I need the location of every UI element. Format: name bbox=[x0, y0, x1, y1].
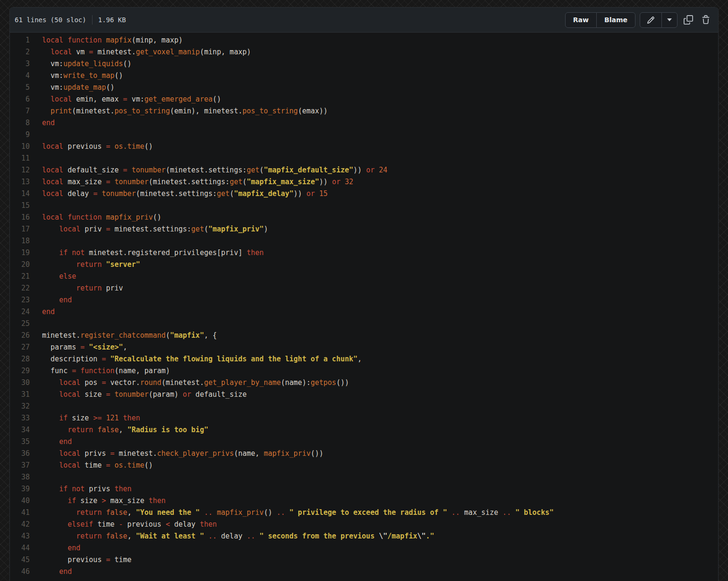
code-line: 31 local size = tonumber(param) or defau… bbox=[10, 389, 718, 401]
edit-button[interactable] bbox=[640, 12, 662, 28]
line-number[interactable]: 34 bbox=[10, 424, 30, 436]
line-number[interactable]: 24 bbox=[10, 306, 30, 318]
code-line: 33 if size >= 121 then bbox=[10, 412, 718, 424]
line-number[interactable]: 37 bbox=[10, 460, 30, 471]
line-number[interactable]: 36 bbox=[10, 448, 30, 460]
line-number[interactable]: 35 bbox=[10, 436, 30, 448]
code-line-content: end bbox=[30, 306, 55, 318]
code-line: 35 end bbox=[10, 436, 718, 448]
code-viewer: 1local function mapfix(minp, maxp)2 loca… bbox=[10, 33, 718, 581]
file-header: 61 lines (50 sloc) 1.96 KB Raw Blame bbox=[10, 8, 718, 33]
line-number[interactable]: 39 bbox=[10, 483, 30, 495]
delete-button[interactable] bbox=[699, 13, 712, 26]
line-number[interactable]: 23 bbox=[10, 294, 30, 306]
code-line-content: local delay = tonumber(minetest.settings… bbox=[30, 188, 328, 200]
code-line-content: print(minetest.pos_to_string(emin), mine… bbox=[30, 105, 328, 117]
pencil-icon bbox=[647, 16, 655, 24]
line-number[interactable]: 5 bbox=[10, 82, 30, 94]
code-line: 22 return priv bbox=[10, 282, 718, 294]
code-line-content: params = "<size>", bbox=[30, 342, 127, 353]
line-number[interactable]: 1 bbox=[10, 34, 30, 46]
code-line-content: return false, "Wait at least " .. delay … bbox=[30, 530, 434, 542]
line-number[interactable]: 3 bbox=[10, 58, 30, 70]
code-line-content: local pos = vector.round(minetest.get_pl… bbox=[30, 377, 349, 389]
line-number[interactable]: 2 bbox=[10, 46, 30, 58]
code-line-content: if size > max_size then bbox=[30, 495, 166, 507]
line-number[interactable]: 30 bbox=[10, 377, 30, 389]
line-number[interactable]: 22 bbox=[10, 282, 30, 294]
line-number[interactable]: 41 bbox=[10, 507, 30, 519]
code-line-content bbox=[30, 401, 42, 412]
line-number[interactable]: 45 bbox=[10, 554, 30, 566]
line-number[interactable]: 25 bbox=[10, 318, 30, 330]
code-line: 46 end bbox=[10, 566, 718, 578]
line-number[interactable]: 44 bbox=[10, 542, 30, 554]
code-line: 1local function mapfix(minp, maxp) bbox=[10, 34, 718, 46]
trash-icon bbox=[701, 15, 711, 25]
line-number[interactable]: 8 bbox=[10, 117, 30, 129]
line-number[interactable]: 32 bbox=[10, 401, 30, 412]
code-line-content bbox=[30, 200, 42, 212]
code-line: 14local delay = tonumber(minetest.settin… bbox=[10, 188, 718, 200]
line-number[interactable]: 20 bbox=[10, 259, 30, 271]
edit-group bbox=[640, 12, 677, 28]
line-number[interactable]: 28 bbox=[10, 353, 30, 365]
line-number[interactable]: 29 bbox=[10, 365, 30, 377]
line-number[interactable]: 16 bbox=[10, 212, 30, 223]
code-line: 44 end bbox=[10, 542, 718, 554]
code-line: 25 bbox=[10, 318, 718, 330]
line-number[interactable]: 15 bbox=[10, 200, 30, 212]
line-number[interactable]: 31 bbox=[10, 389, 30, 401]
line-number[interactable]: 10 bbox=[10, 141, 30, 153]
code-line: 26minetest.register_chatcommand("mapfix"… bbox=[10, 330, 718, 342]
divider bbox=[92, 15, 93, 25]
code-line: 10local previous = os.time() bbox=[10, 141, 718, 153]
raw-button[interactable]: Raw bbox=[565, 12, 597, 28]
line-number[interactable]: 18 bbox=[10, 235, 30, 247]
line-number[interactable]: 9 bbox=[10, 129, 30, 141]
edit-dropdown-button[interactable] bbox=[661, 12, 677, 28]
line-number[interactable]: 33 bbox=[10, 412, 30, 424]
line-count: 61 lines (50 sloc) bbox=[15, 16, 86, 24]
code-line: 34 return false, "Radius is too big" bbox=[10, 424, 718, 436]
code-line-content: local emin, emax = vm:get_emerged_area() bbox=[30, 94, 221, 105]
code-line: 6 local emin, emax = vm:get_emerged_area… bbox=[10, 94, 718, 105]
code-line: 39 if not privs then bbox=[10, 483, 718, 495]
line-number[interactable]: 21 bbox=[10, 271, 30, 282]
code-line: 5 vm:update_map() bbox=[10, 82, 718, 94]
line-number[interactable]: 40 bbox=[10, 495, 30, 507]
line-number[interactable]: 43 bbox=[10, 530, 30, 542]
code-line-content: return priv bbox=[30, 282, 123, 294]
line-number[interactable]: 17 bbox=[10, 223, 30, 235]
line-number[interactable]: 11 bbox=[10, 153, 30, 164]
line-number[interactable]: 38 bbox=[10, 471, 30, 483]
line-number[interactable]: 46 bbox=[10, 566, 30, 578]
line-number[interactable]: 19 bbox=[10, 247, 30, 259]
copy-button[interactable] bbox=[682, 13, 695, 26]
code-line: 36 local privs = minetest.check_player_p… bbox=[10, 448, 718, 460]
code-line-content: return "server" bbox=[30, 259, 140, 271]
line-number[interactable]: 6 bbox=[10, 94, 30, 105]
line-number[interactable]: 42 bbox=[10, 519, 30, 530]
line-number[interactable]: 27 bbox=[10, 342, 30, 353]
raw-blame-group: Raw Blame bbox=[565, 12, 635, 28]
code-line: 18 bbox=[10, 235, 718, 247]
line-number[interactable]: 13 bbox=[10, 176, 30, 188]
code-line-content: end bbox=[30, 436, 72, 448]
code-line-content: if not minetest.registered_privileges[pr… bbox=[30, 247, 264, 259]
line-number[interactable]: 12 bbox=[10, 164, 30, 176]
code-line-content bbox=[30, 318, 42, 330]
code-line-content: local function mapfix_priv() bbox=[30, 212, 161, 223]
line-number[interactable]: 14 bbox=[10, 188, 30, 200]
code-line-content: elseif time - previous < delay then bbox=[30, 519, 217, 530]
line-number[interactable]: 7 bbox=[10, 105, 30, 117]
file-view: 61 lines (50 sloc) 1.96 KB Raw Blame bbox=[9, 7, 719, 581]
line-number[interactable]: 4 bbox=[10, 70, 30, 82]
file-size: 1.96 KB bbox=[98, 16, 126, 24]
code-line: 30 local pos = vector.round(minetest.get… bbox=[10, 377, 718, 389]
code-line-content: vm:write_to_map() bbox=[30, 70, 123, 82]
line-number[interactable]: 26 bbox=[10, 330, 30, 342]
blame-button[interactable]: Blame bbox=[596, 12, 635, 28]
code-line: 27 params = "<size>", bbox=[10, 342, 718, 353]
code-line-content bbox=[30, 153, 42, 164]
